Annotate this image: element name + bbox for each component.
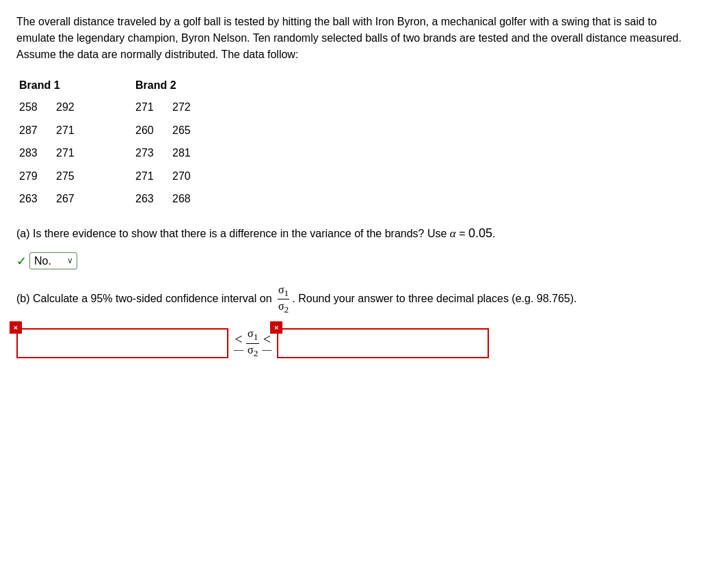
interval-input-right[interactable] (277, 328, 489, 358)
less-than-left: < (235, 332, 242, 346)
brand2-col: 273 281 (135, 144, 245, 162)
b1b-3: 275 (56, 168, 81, 185)
table-row: 279 275 271 270 (19, 168, 689, 185)
b1a-4: 263 (19, 190, 44, 208)
alpha-symbol: α (450, 227, 456, 240)
brand2-col: 271 270 (135, 168, 245, 185)
error-icon-right: × (270, 321, 282, 334)
less-than-right: < (263, 332, 271, 346)
question-a: (a) Is there evidence to show that there… (16, 224, 689, 243)
left-input-wrapper: × (16, 328, 228, 358)
middle-section: < — σ1 σ2 < — (234, 328, 271, 358)
table-row: 258 292 271 272 (19, 98, 689, 116)
b2a-1: 260 (135, 122, 160, 139)
b1a-0: 258 (19, 98, 44, 116)
b1b-4: 267 (56, 190, 81, 208)
brand1-col: 263 267 (19, 190, 135, 208)
b1b-2: 271 (56, 144, 81, 162)
b1b-0: 292 (56, 98, 81, 116)
b1b-1: 271 (56, 122, 81, 139)
question-b-text-after: . Round your answer to three decimal pla… (292, 293, 576, 304)
interval-input-left[interactable] (16, 328, 228, 358)
leq-left: < — (234, 332, 243, 353)
sigma-fraction: σ1σ2 (278, 283, 289, 315)
brand2-header: Brand 2 (135, 79, 245, 92)
b2a-4: 263 (135, 190, 160, 208)
brand1-col: 258 292 (19, 98, 135, 116)
data-table: Brand 1 Brand 2 258 292 271 272 287 271 … (19, 79, 689, 208)
b1a-1: 287 (19, 122, 44, 139)
brand1-header: Brand 1 (19, 79, 135, 92)
b1a-2: 283 (19, 144, 44, 162)
b2a-3: 271 (135, 168, 160, 185)
dropdown-wrapper[interactable]: No.Yes. ∨ (29, 252, 77, 269)
question-a-text-before: (a) Is there evidence to show that there… (16, 228, 450, 239)
alpha-value: 0.05 (468, 226, 492, 240)
table-row: 287 271 260 265 (19, 122, 689, 139)
answer-a-container: ✓ No.Yes. ∨ (16, 252, 689, 269)
b2b-2: 281 (172, 144, 197, 162)
b2b-1: 265 (172, 122, 197, 139)
question-b: (b) Calculate a 95% two-sided confidence… (16, 283, 689, 315)
b2b-0: 272 (172, 98, 197, 116)
intro-paragraph: The overall distance traveled by a golf … (16, 14, 689, 63)
data-rows: 258 292 271 272 287 271 260 265 283 271 (19, 98, 689, 208)
sigma-ratio-fraction: σ1 σ2 (246, 328, 259, 358)
b2b-3: 270 (172, 168, 197, 185)
equals-text: = (456, 228, 468, 239)
eq-left: — (234, 346, 243, 353)
period: . (492, 228, 495, 239)
checkmark-icon: ✓ (16, 254, 27, 269)
error-icon-left: × (10, 321, 22, 334)
brand2-col: 263 268 (135, 190, 245, 208)
interval-container: × < — σ1 σ2 < — × (16, 328, 689, 358)
question-b-text: (b) Calculate a 95% two-sided confidence… (16, 293, 275, 304)
brand1-col: 283 271 (19, 144, 135, 162)
b2b-4: 268 (172, 190, 197, 208)
right-input-wrapper: × (277, 328, 489, 358)
answer-dropdown[interactable]: No.Yes. (29, 252, 77, 269)
leq-right: < — (262, 332, 271, 353)
brand2-col: 271 272 (135, 98, 245, 116)
brand-headers: Brand 1 Brand 2 (19, 79, 689, 92)
table-row: 263 267 263 268 (19, 190, 689, 208)
table-row: 283 271 273 281 (19, 144, 689, 162)
brand1-col: 279 275 (19, 168, 135, 185)
sigma1-label: σ1 (246, 328, 259, 343)
b2a-0: 271 (135, 98, 160, 116)
brand1-col: 287 271 (19, 122, 135, 139)
b1a-3: 279 (19, 168, 44, 185)
b2a-2: 273 (135, 144, 160, 162)
brand2-col: 260 265 (135, 122, 245, 139)
sigma2-label: σ2 (246, 344, 259, 359)
eq-right: — (262, 346, 271, 353)
